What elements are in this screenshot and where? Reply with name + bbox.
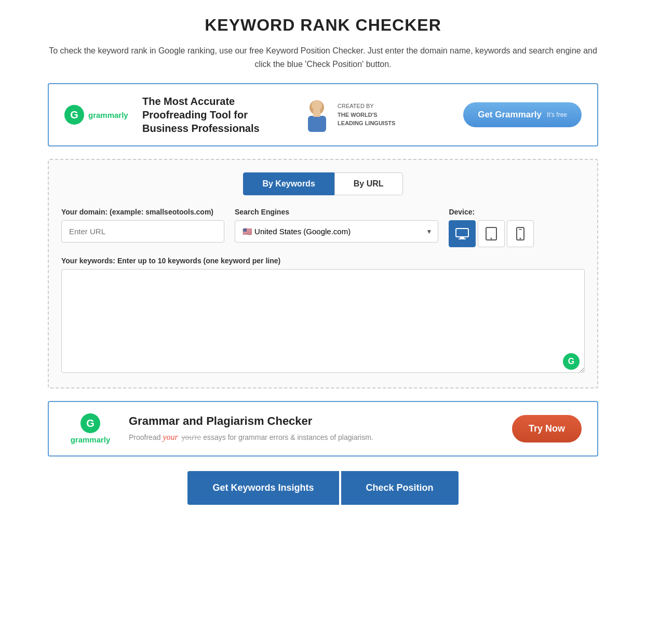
keywords-textarea-wrapper: G (61, 269, 585, 375)
tab-by-keywords[interactable]: By Keywords (243, 172, 334, 195)
ad1-avatar (303, 98, 331, 132)
bottom-buttons: Get Keywords Insights Check Position (48, 471, 598, 505)
ad-banner-2: G grammarly Grammar and Plagiarism Check… (48, 401, 598, 457)
ad-banner-1: G grammarly The Most Accurate Proofreadi… (48, 83, 598, 146)
check-position-button[interactable]: Check Position (341, 471, 459, 505)
grammarly-badge-icon: G (563, 353, 580, 370)
search-engine-select-wrapper: 🇺🇸 United States (Google.com) 🇬🇧 United … (235, 220, 438, 243)
search-engine-label: Search Engines (235, 208, 438, 216)
page-subtitle: To check the keyword rank in Google rank… (48, 44, 598, 71)
ad2-headline: Grammar and Plagiarism Checker (129, 414, 500, 428)
ad2-description: Proofread your you're essays for grammar… (129, 431, 500, 444)
form-row: Your domain: (example: smallseotools.com… (61, 208, 585, 247)
domain-group: Your domain: (example: smallseotools.com… (61, 208, 224, 243)
tab-by-url[interactable]: By URL (334, 172, 403, 195)
svg-rect-3 (313, 110, 320, 117)
search-engine-group: Search Engines 🇺🇸 United States (Google.… (235, 208, 438, 243)
grammarly-g-icon: G (64, 105, 84, 125)
mobile-icon (516, 227, 524, 240)
tablet-icon (486, 227, 497, 240)
svg-point-8 (491, 238, 492, 239)
ad1-headline: The Most Accurate Proofreading Tool for … (142, 95, 292, 135)
domain-input[interactable] (61, 220, 224, 243)
desktop-icon (455, 228, 469, 239)
ad1-logo-text: grammarly (88, 111, 128, 119)
svg-rect-11 (519, 229, 522, 230)
device-tablet-button[interactable] (478, 220, 505, 247)
search-engine-select[interactable]: 🇺🇸 United States (Google.com) 🇬🇧 United … (235, 220, 438, 243)
device-buttons (449, 220, 585, 247)
keywords-section: Your keywords: Enter up to 10 keywords (… (61, 257, 585, 375)
svg-rect-5 (460, 237, 464, 238)
svg-point-10 (520, 238, 521, 239)
tabs: By Keywords By URL (61, 172, 585, 195)
ad2-logo: G grammarly (64, 413, 116, 444)
ad2-desc-rest: essays for grammar errors & instances of… (203, 433, 373, 441)
ad2-headline-group: Grammar and Plagiarism Checker Proofread… (129, 414, 500, 444)
keywords-textarea[interactable] (61, 269, 585, 373)
keywords-label: Your keywords: Enter up to 10 keywords (… (61, 257, 585, 265)
ad1-cta-button[interactable]: Get Grammarly It's free (463, 102, 582, 127)
device-mobile-button[interactable] (507, 220, 534, 247)
ad2-proofread: Proofread (129, 433, 160, 441)
svg-point-2 (312, 100, 322, 111)
svg-rect-4 (456, 229, 468, 237)
ad1-cta-free: It's free (547, 111, 567, 118)
device-label: Device: (449, 208, 585, 216)
svg-rect-6 (459, 238, 466, 239)
device-desktop-button[interactable] (449, 220, 476, 247)
ad1-center: CREATED BY THE WORLD'S LEADING LINGUISTS (303, 98, 453, 132)
device-group: Device: (449, 208, 585, 247)
ad1-logo: G grammarly (64, 105, 132, 125)
page-title: KEYWORD RANK CHECKER (48, 16, 598, 35)
ad2-cta-button[interactable]: Try Now (512, 415, 582, 442)
get-keywords-insights-button[interactable]: Get Keywords Insights (187, 471, 339, 505)
ad2-grammarly-g-icon: G (80, 413, 100, 433)
ad1-created-by: CREATED BY THE WORLD'S LEADING LINGUISTS (338, 102, 395, 128)
ad2-logo-text: grammarly (71, 435, 111, 444)
svg-rect-1 (308, 116, 326, 132)
ad2-your: your (163, 433, 178, 441)
domain-label: Your domain: (example: smallseotools.com… (61, 208, 224, 216)
ad2-youre: you're (182, 433, 201, 441)
tool-container: By Keywords By URL Your domain: (example… (48, 159, 598, 388)
